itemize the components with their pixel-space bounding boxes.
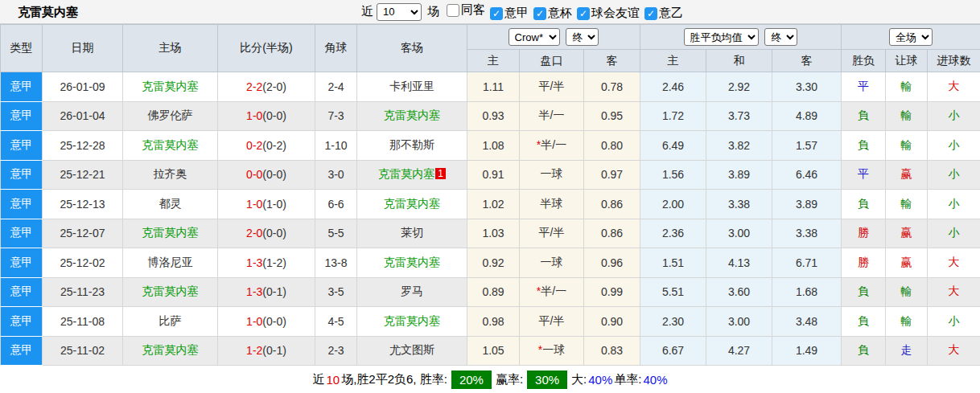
avg-draw-odds: 3.00: [706, 219, 772, 248]
table-row: 意甲 25-11-02 克雷莫内塞 1-2(0-1) 2-3 尤文图斯 1.05…: [1, 336, 980, 366]
home-team[interactable]: 克雷莫内塞: [123, 131, 218, 161]
filter-checkbox-球会友谊[interactable]: ✓球会友谊: [577, 6, 640, 21]
league-badge: 意甲: [1, 190, 43, 219]
handicap-home-odds: 1.08: [467, 131, 520, 161]
away-team[interactable]: 那不勒斯: [357, 131, 467, 161]
result-handicap: 輸: [886, 307, 928, 337]
matches-tbody: 意甲 26-01-09 克雷莫内塞 2-2(2-0) 2-4 卡利亚里 1.11…: [1, 72, 980, 366]
table-row: 意甲 26-01-04 佛罗伦萨 1-0(0-0) 7-3 克雷莫内塞 0.93…: [1, 101, 980, 131]
handicap-line: *半/一: [520, 277, 584, 307]
filter-checkbox-意杯[interactable]: ✓意杯: [533, 6, 572, 21]
away-team[interactable]: 卡利亚里: [357, 72, 467, 102]
full-time-score: 1-3: [246, 285, 262, 298]
table-row: 意甲 25-12-07 克雷莫内塞 2-0(0-0) 5-5 莱切 1.03 平…: [1, 219, 980, 248]
home-team[interactable]: 克雷莫内塞: [123, 72, 218, 102]
top-bar: 克雷莫内塞 近 10 场 同客✓意甲✓意杯✓球会友谊✓意乙: [0, 0, 980, 24]
home-team[interactable]: 博洛尼亚: [123, 248, 218, 278]
full-time-score: 2-2: [246, 80, 262, 93]
home-team[interactable]: 克雷莫内塞: [123, 277, 218, 307]
avg-draw-odds: 4.13: [706, 248, 772, 278]
avg-draw-odds: 3.73: [706, 101, 772, 131]
handicap-text: 平/半: [539, 80, 565, 92]
half-time-score: (1-0): [262, 198, 286, 211]
avg-away-odds: 1.57: [772, 131, 842, 161]
match-date: 26-01-09: [43, 72, 123, 102]
table-row: 意甲 25-12-02 博洛尼亚 1-3(1-2) 13-8 克雷莫内塞 0.9…: [1, 248, 980, 278]
handicap-line: 半球: [520, 190, 584, 219]
filter-checkbox-同客[interactable]: 同客: [447, 2, 485, 18]
header-corners: 角球: [315, 25, 357, 72]
league-badge: 意甲: [1, 277, 43, 307]
away-team[interactable]: 克雷莫内塞1: [357, 160, 467, 190]
avg-away-odds: 3.30: [772, 72, 842, 102]
home-team[interactable]: 比萨: [123, 307, 218, 337]
avg-home-odds: 1.56: [640, 160, 706, 190]
full-time-score: 1-0: [246, 198, 262, 211]
corners-score: 3-5: [315, 277, 357, 307]
corners-score: 5-5: [315, 219, 357, 248]
away-team-name: 克雷莫内塞: [384, 256, 440, 268]
away-team[interactable]: 罗马: [357, 277, 467, 307]
result-goals: 大: [928, 277, 980, 307]
summary-text: 40%: [588, 373, 612, 387]
period-select[interactable]: 全场: [889, 28, 933, 46]
league-badge: 意甲: [1, 160, 43, 190]
result-handicap: 輸: [886, 131, 928, 161]
percentage-badge: 30%: [527, 370, 567, 389]
subheader-goals: 进球数: [928, 50, 980, 72]
match-date: 25-12-28: [43, 131, 123, 161]
checkbox-checked-icon[interactable]: ✓: [644, 7, 657, 20]
avg-home-odds: 6.49: [640, 131, 706, 161]
handicap-time-select[interactable]: 终: [566, 28, 599, 46]
filter-checkbox-意甲[interactable]: ✓意甲: [490, 6, 529, 21]
header-type: 类型: [1, 25, 43, 72]
result-handicap: 赢: [886, 248, 928, 278]
avg-home-odds: 1.72: [640, 101, 706, 131]
subheader-handicap-result: 让球: [886, 50, 928, 72]
handicap-text: 半/一: [539, 108, 565, 121]
checkbox-checked-icon[interactable]: ✓: [577, 7, 590, 20]
away-team[interactable]: 尤文图斯: [357, 336, 467, 366]
home-team[interactable]: 佛罗伦萨: [123, 101, 218, 131]
home-team[interactable]: 都灵: [123, 190, 218, 219]
handicap-away-odds: 0.80: [584, 131, 640, 161]
filter-checkboxes: 同客✓意甲✓意杯✓球会友谊✓意乙: [442, 2, 683, 21]
away-team[interactable]: 克雷莫内塞: [357, 101, 467, 131]
home-team[interactable]: 克雷莫内塞: [123, 336, 218, 366]
home-team[interactable]: 拉齐奥: [123, 160, 218, 190]
result-wdl: 負: [842, 101, 886, 131]
odds-type-select[interactable]: 胜平负均值: [684, 28, 759, 46]
away-team[interactable]: 克雷莫内塞: [357, 190, 467, 219]
handicap-text: 一球: [541, 256, 563, 268]
match-count-select[interactable]: 10: [377, 3, 422, 21]
checkbox-checked-icon[interactable]: ✓: [490, 7, 503, 20]
checkbox-checked-icon[interactable]: ✓: [533, 7, 546, 20]
result-goals: 小: [928, 307, 980, 337]
handicap-line: 平/半: [520, 307, 584, 337]
odds-time-select[interactable]: 终: [764, 28, 797, 46]
handicap-group-header: Crow* 终: [467, 25, 640, 50]
result-goals: 小: [928, 131, 980, 161]
full-time-score: 0-0: [246, 168, 262, 181]
away-team[interactable]: 克雷莫内塞: [357, 248, 467, 278]
filter-checkbox-label: 意甲: [504, 6, 529, 21]
away-team[interactable]: 克雷莫内塞: [357, 307, 467, 337]
subheader-avg-home: 主: [640, 50, 706, 72]
filter-checkbox-意乙[interactable]: ✓意乙: [644, 6, 683, 21]
bookmaker-select[interactable]: Crow*: [509, 28, 560, 46]
handicap-line: *一球: [520, 336, 584, 366]
league-badge: 意甲: [1, 248, 43, 278]
checkbox-unchecked-icon[interactable]: [447, 4, 459, 17]
filter-checkbox-label: 球会友谊: [591, 6, 640, 21]
handicap-home-odds: 1.11: [467, 72, 520, 102]
summary-text: 大:: [571, 372, 587, 387]
page-title: 克雷莫内塞: [18, 0, 78, 24]
filter-checkbox-label: 意乙: [659, 6, 683, 21]
home-team[interactable]: 克雷莫内塞: [123, 219, 218, 248]
away-team[interactable]: 莱切: [357, 219, 467, 248]
handicap-text: 半/一: [541, 138, 566, 151]
table-row: 意甲 25-12-28 克雷莫内塞 0-2(0-2) 1-10 那不勒斯 1.0…: [1, 131, 980, 161]
table-row: 意甲 26-01-09 克雷莫内塞 2-2(2-0) 2-4 卡利亚里 1.11…: [1, 72, 980, 102]
match-date: 25-12-07: [43, 219, 123, 248]
league-badge: 意甲: [1, 307, 43, 337]
